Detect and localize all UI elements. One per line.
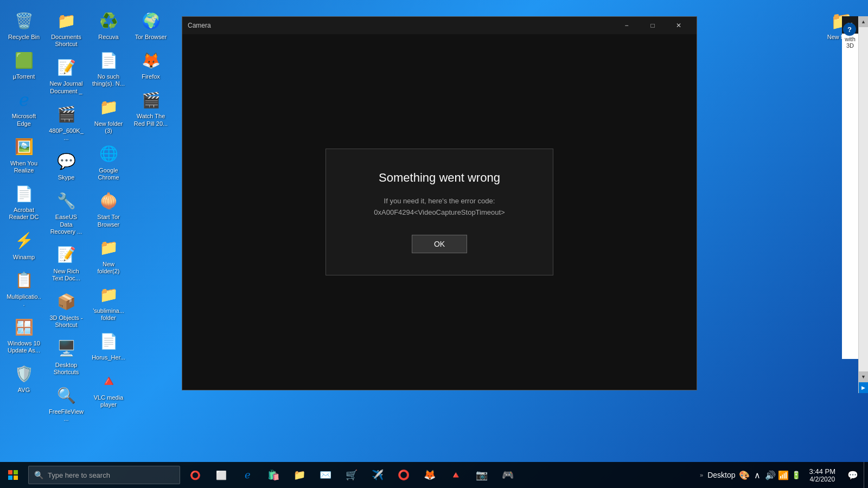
- icon-480p[interactable]: 🎬 480P_600K_...: [46, 100, 86, 145]
- winamp-icon: ⚡: [13, 230, 35, 252]
- store-taskbar-button[interactable]: 🛍️: [260, 462, 286, 488]
- icon-480p-label: 480P_600K_...: [48, 127, 84, 142]
- cortana-button[interactable]: ⭕: [182, 462, 208, 488]
- icon-winamp[interactable]: ⚡ Winamp: [4, 227, 44, 264]
- avg-icon: 🛡️: [13, 363, 35, 384]
- network-icon[interactable]: 📶: [777, 468, 790, 481]
- opera-taskbar-button[interactable]: ⭕: [391, 462, 417, 488]
- icon-windows-update[interactable]: 🪟 Windows 10 Update As...: [4, 313, 44, 357]
- gaming-taskbar-button[interactable]: 🎮: [495, 462, 521, 488]
- svg-rect-3: [14, 476, 18, 480]
- acrobat-icon: 📄: [13, 183, 35, 204]
- icon-new-folder-3[interactable]: 📁 New folder (3): [88, 93, 129, 138]
- color-picker-tray-icon[interactable]: 🎨: [738, 468, 751, 481]
- explorer-taskbar-button[interactable]: 📁: [286, 462, 312, 488]
- error-code: 0xA00F4294<VideoCaptureStopTimeout>: [374, 208, 505, 216]
- window-content: Something went wrong If you need it, her…: [182, 34, 697, 390]
- edge-taskbar-button[interactable]: ℯ: [234, 462, 260, 488]
- icon-multiplication-label: Multiplicatio...: [6, 293, 42, 307]
- desktop-label: Desktop: [705, 471, 737, 479]
- chrome-icon: 🌐: [98, 143, 119, 165]
- vlc-icon: 🔺: [98, 370, 119, 392]
- side-panel-text-with: with 3D: [842, 34, 858, 51]
- skype-icon: 💬: [55, 150, 77, 172]
- icon-horus[interactable]: 📄 Horus_Her...: [88, 327, 129, 364]
- show-more-tray-button[interactable]: »: [698, 472, 705, 478]
- side-panel-help-button[interactable]: ?: [843, 23, 856, 36]
- icon-watch-red-pill-label: Watch The Red Pill 20...: [133, 113, 169, 127]
- icon-when-you-realize[interactable]: 🖼️ When You Realize: [4, 133, 44, 177]
- amazon-taskbar-button[interactable]: 🛒: [339, 462, 365, 488]
- icon-recuva[interactable]: ♻️ Recuva: [88, 7, 129, 44]
- scroll-down-button[interactable]: ▼: [859, 371, 869, 382]
- icon-winamp-label: Winamp: [13, 254, 35, 261]
- expand-panel-button[interactable]: ▶: [859, 382, 869, 393]
- ok-button[interactable]: OK: [412, 235, 467, 253]
- icon-new-folder-2[interactable]: 📁 New folder(2): [88, 234, 129, 278]
- icon-vlc[interactable]: 🔺 VLC media player: [88, 367, 129, 412]
- icon-edge-label: Microsoft Edge: [6, 113, 42, 127]
- volume-icon[interactable]: 🔊: [764, 468, 777, 481]
- vlc-taskbar-button[interactable]: 🔺: [443, 462, 469, 488]
- icon-3d-objects[interactable]: 📦 3D Objects - Shortcut: [46, 287, 86, 332]
- camera-taskbar-button[interactable]: 📷: [469, 462, 495, 488]
- icon-new-rich-text[interactable]: 📝 New Rich Text Doc...: [46, 241, 86, 285]
- firefox-taskbar-button[interactable]: 🦊: [417, 462, 443, 488]
- error-dialog: Something went wrong If you need it, her…: [326, 149, 553, 275]
- expand-tray-button[interactable]: ∧: [751, 468, 764, 481]
- search-icon: 🔍: [34, 471, 43, 479]
- icon-firefox-label: Firefox: [142, 73, 160, 80]
- icon-vlc-label: VLC media player: [91, 394, 126, 408]
- icon-acrobat[interactable]: 📄 Acrobat Reader DC: [4, 179, 44, 224]
- side-panel-content-partial: with 3D: [842, 34, 858, 359]
- icon-documents-shortcut[interactable]: 📁 Documents Shortcut: [46, 7, 86, 51]
- clock[interactable]: 3:44 PM 4/2/2020: [803, 467, 842, 483]
- clock-time: 3:44 PM: [809, 467, 835, 476]
- icon-start-tor-browser[interactable]: 🧅 Start Tor Browser: [88, 187, 129, 231]
- camera-window: Camera − □ ✕ Something went wrong If you…: [182, 16, 697, 390]
- task-view-button[interactable]: ⬜: [208, 462, 234, 488]
- icon-microsoft-edge[interactable]: ℯ Microsoft Edge: [4, 86, 44, 130]
- icon-recycle-bin[interactable]: 🗑️ Recycle Bin: [4, 7, 44, 44]
- icon-multiplication[interactable]: 📋 Multiplicatio...: [4, 266, 44, 311]
- icon-skype[interactable]: 💬 Skype: [46, 147, 86, 184]
- show-desktop-button[interactable]: [864, 462, 868, 488]
- icon-utorrent[interactable]: 🟩 µTorrent: [4, 46, 44, 84]
- clock-date: 4/2/2020: [809, 476, 835, 483]
- notifications-button[interactable]: 💬: [842, 462, 864, 488]
- icon-easeus-label: EaseUS Data Recovery ...: [48, 214, 84, 235]
- icon-avg[interactable]: 🛡️ AVG: [4, 359, 44, 397]
- icon-no-such-thing[interactable]: 📄 No such thing(s). N...: [88, 46, 129, 91]
- close-button[interactable]: ✕: [666, 17, 691, 34]
- scroll-up-button[interactable]: ▲: [859, 16, 869, 27]
- firefox-icon: 🦊: [140, 49, 162, 71]
- icon-new-journal[interactable]: 📝 New Journal Document _: [46, 53, 86, 98]
- icon-when-you-realize-label: When You Realize: [6, 160, 42, 174]
- icon-windows-update-label: Windows 10 Update As...: [6, 340, 42, 354]
- icon-watch-red-pill[interactable]: 🎬 Watch The Red Pill 20...: [131, 86, 171, 130]
- search-bar[interactable]: 🔍 Type here to search: [28, 466, 180, 484]
- icon-tor-browser[interactable]: 🌍 Tor Browser: [131, 7, 171, 44]
- 480p-icon: 🎬: [55, 104, 77, 125]
- desktop-icons: 🗑️ Recycle Bin 🟩 µTorrent ℯ Microsoft Ed…: [0, 0, 174, 445]
- windows-update-icon: 🪟: [13, 316, 35, 338]
- maximize-button[interactable]: □: [640, 17, 665, 34]
- new-rich-text-icon: 📝: [55, 244, 77, 266]
- icon-subliminal[interactable]: 📁 'sublimina... folder: [88, 280, 129, 325]
- multiplication-icon: 📋: [13, 269, 35, 291]
- icon-freefileview[interactable]: 🔍 FreeFileView...: [46, 381, 86, 426]
- start-button[interactable]: [0, 462, 26, 488]
- documents-shortcut-icon: 📁: [55, 10, 77, 31]
- tripadvisor-taskbar-button[interactable]: ✈️: [365, 462, 391, 488]
- icon-desktop-shortcuts[interactable]: 🖥️ Desktop Shortcuts: [46, 335, 86, 379]
- minimize-button[interactable]: −: [614, 17, 639, 34]
- icon-new-rich-text-label: New Rich Text Doc...: [48, 268, 84, 282]
- icon-new-folder-2-label: New folder(2): [91, 261, 126, 275]
- icon-easeus[interactable]: 🔧 EaseUS Data Recovery ...: [46, 187, 86, 239]
- svg-rect-0: [8, 470, 12, 474]
- icon-google-chrome[interactable]: 🌐 Google Chrome: [88, 140, 129, 184]
- icon-firefox[interactable]: 🦊 Firefox: [131, 46, 171, 84]
- easeus-icon: 🔧: [55, 190, 77, 211]
- start-tor-icon: 🧅: [98, 190, 119, 211]
- mail-taskbar-button[interactable]: ✉️: [312, 462, 339, 488]
